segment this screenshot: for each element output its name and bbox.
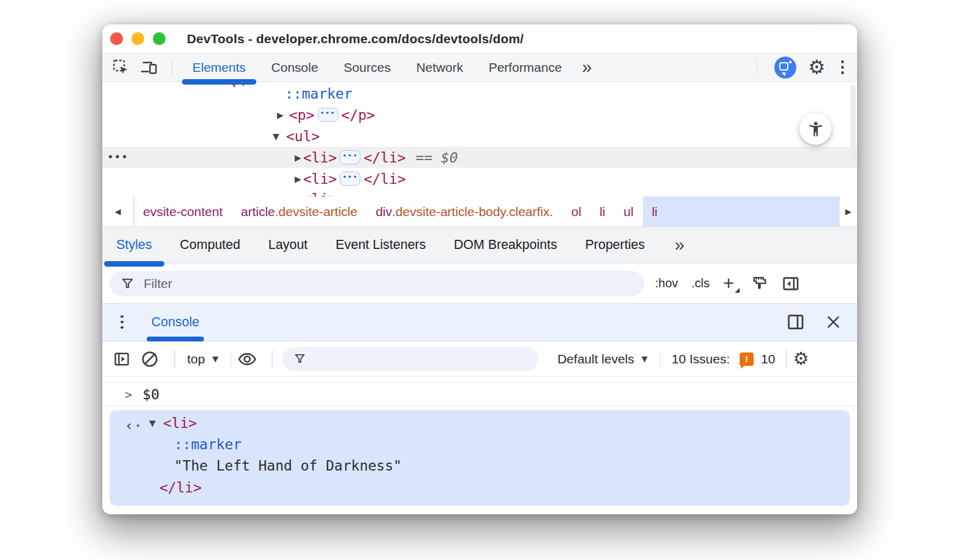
tab-performance[interactable]: Performance — [476, 54, 575, 81]
elements-dom-tree: <li> ::marker ▶ <p> ••• </p> ▼ <ul> ••• … — [102, 82, 857, 197]
row-options-dots-icon[interactable]: ••• — [107, 150, 128, 163]
styles-filter-field[interactable] — [110, 271, 644, 296]
dom-tree-scrollbar[interactable] — [850, 85, 856, 160]
settings-gear-icon[interactable]: ⚙ — [808, 58, 825, 77]
panel-tabs: Elements Console Sources Network Perform… — [180, 54, 575, 81]
breadcrumb: ◀ evsite-content article.devsite-article… — [102, 197, 857, 227]
drawer-header: Console — [102, 303, 857, 341]
device-toolbar-icon[interactable] — [139, 58, 158, 77]
toolbar-divider — [231, 350, 232, 368]
styles-filter-input[interactable] — [142, 276, 633, 292]
minimize-window-button[interactable] — [131, 32, 144, 45]
result-open-tag[interactable]: <li> — [163, 413, 197, 433]
dom-row-li[interactable]: ▶ <li> ••• </li> — [102, 168, 857, 189]
inspect-element-icon[interactable] — [111, 58, 130, 77]
rendering-emulation-icon[interactable] — [751, 275, 768, 292]
tab-console[interactable]: Console — [259, 54, 331, 81]
collapsed-content-ellipsis[interactable]: ••• — [340, 150, 360, 164]
collapse-arrow-icon[interactable]: ▼ — [149, 418, 156, 428]
window-title: DevTools - developer.chrome.com/docs/dev… — [187, 32, 524, 46]
breadcrumb-item[interactable]: ul — [614, 197, 642, 226]
drawer-menu-kebab-icon[interactable] — [117, 314, 127, 331]
title-bar: DevTools - developer.chrome.com/docs/dev… — [102, 24, 857, 54]
toolbar-divider — [172, 60, 172, 75]
command-chevron-icon: > — [125, 387, 132, 402]
hover-state-toggle[interactable]: :hov — [655, 276, 678, 290]
clear-console-icon[interactable] — [140, 349, 159, 369]
split-panel-icon[interactable] — [787, 313, 805, 331]
drawer-tab-console[interactable]: Console — [147, 304, 205, 340]
console-command-row: > $0 — [102, 382, 857, 406]
tab-elements[interactable]: Elements — [180, 54, 259, 81]
return-value-icon: ‹· — [125, 418, 143, 433]
result-marker-pseudo[interactable]: ::marker — [174, 434, 242, 455]
toolbar-divider — [272, 350, 273, 368]
dollar-zero-annotation: $0 — [441, 150, 458, 166]
dom-row-li-selected[interactable]: ••• ▶ <li> ••• </li> == $0 — [102, 147, 857, 168]
tab-network[interactable]: Network — [404, 54, 476, 81]
console-result-block: ‹· ▼ <li> ::marker "The Left Hand of Dar… — [110, 410, 850, 506]
dom-row-ul[interactable]: ▼ <ul> — [102, 125, 857, 147]
element-classes-toggle[interactable]: .cls — [692, 276, 710, 290]
filter-funnel-icon — [121, 276, 135, 291]
console-filter-field[interactable] — [282, 347, 538, 371]
tab-event-listeners[interactable]: Event Listeners — [321, 227, 440, 262]
result-close-tag[interactable]: </li> — [159, 477, 201, 498]
toolbar-divider — [174, 350, 175, 368]
expand-arrow-icon[interactable]: ▶ — [277, 110, 284, 120]
new-style-rule-icon[interactable]: + — [723, 274, 738, 293]
filter-funnel-icon — [293, 352, 306, 366]
breadcrumb-scroll-right-icon[interactable]: ▶ — [839, 197, 857, 226]
styles-toolbar: :hov .cls + — [102, 264, 857, 303]
breadcrumb-item[interactable]: evsite-content — [134, 197, 232, 226]
sidebar-pane-tabs: Styles Computed Layout Event Listeners D… — [102, 227, 857, 264]
live-expression-eye-icon[interactable] — [237, 349, 257, 369]
toolbar-divider — [660, 350, 661, 368]
more-pane-tabs-icon[interactable]: » — [665, 235, 694, 255]
collapsed-content-ellipsis[interactable]: ••• — [340, 172, 360, 186]
more-options-kebab-icon[interactable] — [838, 59, 848, 75]
close-drawer-icon[interactable] — [825, 314, 841, 330]
console-filter-input[interactable] — [314, 354, 527, 364]
accessibility-fab[interactable] — [799, 113, 832, 145]
expand-arrow-icon[interactable]: ▶ — [295, 153, 301, 163]
collapsed-content-ellipsis[interactable]: ••• — [318, 108, 338, 122]
breadcrumb-item[interactable]: div.devsite-article-body.clearfix. — [366, 197, 562, 226]
console-messages: > $0 ‹· ▼ <li> ::marker "The Left Hand o… — [102, 377, 857, 513]
breadcrumb-scroll-left-icon[interactable]: ◀ — [102, 197, 134, 226]
dom-row-marker[interactable]: ::marker — [102, 83, 857, 104]
toolbar-divider — [757, 60, 757, 75]
expand-arrow-icon[interactable]: ▶ — [295, 174, 301, 184]
tab-dom-breakpoints[interactable]: DOM Breakpoints — [440, 227, 572, 262]
ai-assistant-icon[interactable]: ✦ — [774, 57, 796, 79]
main-toolbar: Elements Console Sources Network Perform… — [102, 54, 857, 82]
zoom-window-button[interactable] — [153, 32, 166, 45]
partial-dom-row-bottom: <li> — [303, 191, 337, 197]
collapse-arrow-icon[interactable]: ▼ — [273, 131, 279, 141]
accessibility-person-icon — [807, 121, 824, 138]
devtools-window: DevTools - developer.chrome.com/docs/dev… — [102, 24, 857, 514]
breadcrumb-item[interactable]: li — [590, 197, 614, 226]
tab-sources[interactable]: Sources — [331, 54, 404, 81]
more-tabs-icon[interactable]: » — [575, 57, 599, 77]
execution-context-selector[interactable]: top ▼ — [181, 352, 225, 366]
breadcrumb-item[interactable]: article.devsite-article — [232, 197, 366, 226]
console-settings-gear-icon[interactable]: ⚙ — [793, 350, 809, 368]
chevron-down-icon: ▼ — [212, 354, 219, 363]
chevron-down-icon: ▼ — [642, 354, 648, 363]
dock-sidebar-icon[interactable] — [782, 275, 800, 293]
result-text-node[interactable]: "The Left Hand of Darkness" — [174, 455, 402, 476]
console-toolbar: top ▼ Default levels ▼ 10 Issues: ! 10 — [102, 341, 857, 377]
close-window-button[interactable] — [110, 32, 123, 45]
tab-styles[interactable]: Styles — [102, 227, 166, 262]
breadcrumb-item-selected[interactable]: li — [643, 197, 839, 226]
dom-row-p[interactable]: ▶ <p> ••• </p> — [102, 104, 857, 125]
issues-counter[interactable]: 10 Issues: ! 10 — [667, 352, 780, 366]
console-sidebar-icon[interactable] — [112, 349, 131, 369]
toolbar-right-cluster: ✦ ⚙ — [752, 57, 847, 79]
log-levels-dropdown[interactable]: Default levels ▼ — [552, 352, 654, 366]
breadcrumb-item[interactable]: ol — [562, 197, 590, 226]
tab-properties[interactable]: Properties — [571, 227, 659, 262]
tab-computed[interactable]: Computed — [166, 227, 254, 262]
tab-layout[interactable]: Layout — [254, 227, 322, 262]
